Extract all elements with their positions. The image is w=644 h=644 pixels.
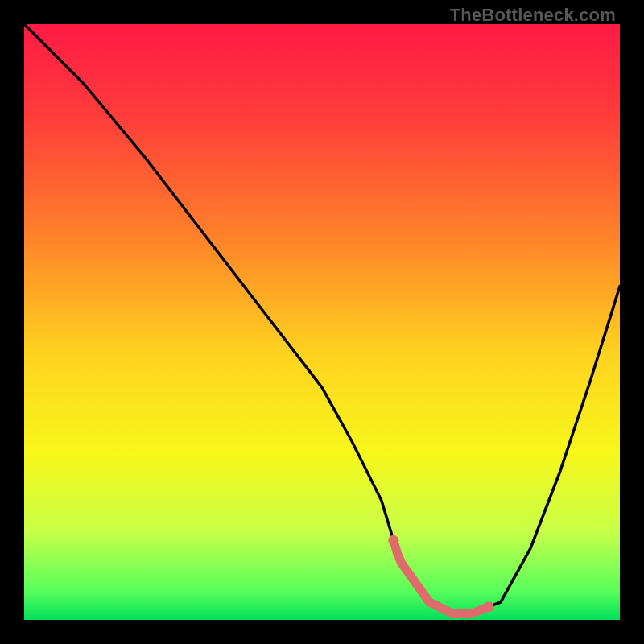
bottleneck-curve bbox=[24, 24, 620, 620]
chart-frame bbox=[24, 24, 620, 620]
watermark-label: TheBottleneck.com bbox=[450, 5, 616, 26]
svg-point-1 bbox=[388, 535, 398, 546]
svg-point-2 bbox=[484, 601, 494, 612]
